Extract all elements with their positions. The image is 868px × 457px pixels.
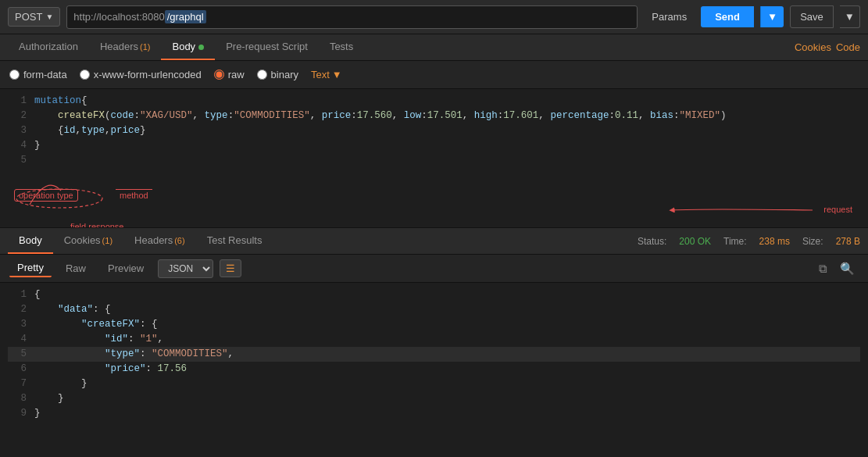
cookies-link[interactable]: Cookies — [795, 41, 831, 53]
resp-line-7: 7 } — [8, 377, 860, 391]
send-button[interactable]: Send — [701, 6, 754, 27]
code-link[interactable]: Code — [836, 41, 860, 53]
tab-prerequest[interactable]: Pre-request Script — [215, 34, 319, 60]
code-line-2: 2 createFX(code:"XAG/USD", type:"COMMODI… — [8, 109, 860, 123]
status-value: 200 OK — [679, 236, 711, 247]
save-button[interactable]: Save — [790, 5, 834, 28]
search-icon[interactable]: 🔍 — [836, 260, 859, 277]
size-label: Size: — [802, 236, 823, 247]
resp-preview-tab[interactable]: Preview — [100, 260, 152, 277]
code-line-4: 4 } — [8, 138, 860, 153]
response-area: 1 { 2 "data": { 3 "createFX": { 4 "id": … — [0, 283, 868, 423]
top-bar: POST ▼ http://localhost:8080 /graphql Pa… — [0, 0, 868, 34]
time-value: 238 ms — [759, 236, 790, 247]
tabs-right: Cookies Code — [795, 41, 860, 53]
response-lines: 1 { 2 "data": { 3 "createFX": { 4 "id": … — [0, 287, 868, 421]
save-dropdown-button[interactable]: ▼ — [840, 5, 860, 28]
tab-tests[interactable]: Tests — [319, 34, 364, 60]
resp-line-6: 6 "price": 17.56 — [8, 362, 860, 377]
tab-authorization[interactable]: Authorization — [8, 34, 89, 60]
code-line-5: 5 — [8, 153, 860, 168]
resp-line-1: 1 { — [8, 287, 860, 302]
binary-option[interactable]: binary — [257, 69, 298, 80]
code-line-3: 3 {id,type,price} — [8, 123, 860, 138]
tab-headers[interactable]: Headers(1) — [89, 34, 162, 60]
resp-line-3: 3 "createFX": { — [8, 317, 860, 332]
annotation-operation-type: operation type — [14, 189, 78, 202]
code-line-1: 1 mutation{ — [8, 94, 860, 109]
response-tabs-row: Body Cookies(1) Headers(6) Test Results … — [0, 228, 868, 255]
resp-pretty-tab[interactable]: Pretty — [9, 259, 52, 277]
resp-line-5: 5 "type": "COMMODITIES", — [8, 347, 860, 362]
method-label: POST — [15, 11, 42, 23]
tab-response-body[interactable]: Body — [8, 228, 53, 254]
resp-line-8: 8 } — [8, 391, 860, 406]
tab-body[interactable]: Body — [161, 34, 215, 60]
resp-raw-tab[interactable]: Raw — [58, 260, 94, 277]
resp-line-9: 9 } — [8, 406, 860, 421]
filter-button[interactable]: ☰ — [220, 259, 241, 277]
annotation-request: request — [823, 205, 852, 214]
tab-test-results[interactable]: Test Results — [196, 228, 273, 254]
url-path: /graphql — [165, 10, 206, 23]
status-info: Status: 200 OK Time: 238 ms Size: 278 B — [638, 236, 860, 247]
copy-icon[interactable]: ⧉ — [815, 260, 831, 277]
editor-lines: 1 mutation{ 2 createFX(code:"XAG/USD", t… — [0, 94, 868, 168]
params-button[interactable]: Params — [644, 7, 695, 27]
resp-line-4: 4 "id": "1", — [8, 332, 860, 347]
request-editor: 1 mutation{ 2 createFX(code:"XAG/USD", t… — [0, 89, 868, 228]
method-select[interactable]: POST ▼ — [8, 7, 60, 27]
format-select[interactable]: JSON XML HTML Text — [158, 259, 213, 278]
url-container: http://localhost:8080 /graphql — [66, 5, 638, 29]
text-dropdown-button[interactable]: Text ▼ — [311, 69, 342, 80]
size-value: 278 B — [836, 236, 860, 247]
tab-response-cookies[interactable]: Cookies(1) — [53, 228, 123, 254]
raw-option[interactable]: raw — [214, 69, 245, 80]
resp-icons: ⧉ 🔍 — [815, 260, 859, 277]
status-label: Status: — [638, 236, 666, 247]
body-options: form-data x-www-form-urlencoded raw bina… — [0, 61, 868, 89]
form-data-option[interactable]: form-data — [9, 69, 67, 80]
time-label: Time: — [723, 236, 747, 247]
annotation-method: method — [116, 189, 152, 201]
send-dropdown-button[interactable]: ▼ — [760, 6, 784, 27]
annotation-field-response: field response — [70, 222, 124, 228]
resp-line-2: 2 "data": { — [8, 302, 860, 317]
method-chevron-icon: ▼ — [45, 12, 53, 21]
tab-response-headers[interactable]: Headers(6) — [123, 228, 196, 254]
request-tabs-row: Authorization Headers(1) Body Pre-reques… — [0, 34, 868, 61]
response-options: Pretty Raw Preview JSON XML HTML Text ☰ … — [0, 255, 868, 283]
urlencoded-option[interactable]: x-www-form-urlencoded — [80, 69, 202, 80]
url-prefix: http://localhost:8080 — [73, 11, 164, 23]
chevron-down-icon: ▼ — [332, 69, 342, 80]
